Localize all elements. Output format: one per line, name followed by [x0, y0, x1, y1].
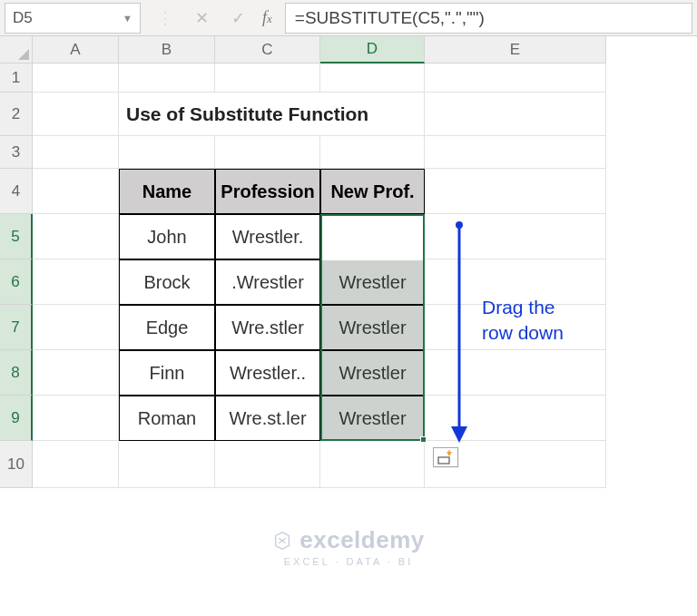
cell-d8[interactable]: Wrestler	[320, 350, 425, 396]
col-header-a[interactable]: A	[33, 36, 119, 64]
svg-rect-0	[438, 457, 449, 464]
cell-b3[interactable]	[119, 136, 215, 169]
cancel-icon[interactable]: ✕	[193, 8, 210, 28]
name-box-dropdown-icon[interactable]: ▼	[123, 13, 133, 24]
cell-c6[interactable]: .Wrestler	[215, 259, 320, 305]
name-box-value: D5	[13, 9, 33, 27]
cell-d3[interactable]	[320, 136, 425, 169]
row-header-9[interactable]: 9	[0, 396, 33, 441]
cell-b8[interactable]: Finn	[119, 350, 215, 396]
annotation-text: Drag the row down	[482, 295, 564, 347]
cell-a6[interactable]	[33, 259, 119, 305]
cell-a10[interactable]	[33, 441, 119, 488]
formula-bar-buttons: ⋮ ✕ ✓	[141, 8, 262, 28]
formula-text: =SUBSTITUTE(C5,".","")	[295, 8, 485, 28]
autofill-options-button[interactable]	[433, 447, 458, 467]
divider-icon: ⋮	[157, 8, 173, 28]
col-header-c[interactable]: C	[215, 36, 320, 64]
column-header-row: A B C D E	[0, 36, 697, 64]
cell-a5[interactable]	[33, 214, 119, 259]
grid[interactable]: Use of Substitute Function Name Professi…	[33, 64, 606, 488]
cell-d5[interactable]: Wrestler	[320, 214, 425, 259]
cell-c9[interactable]: Wre.st.ler	[215, 396, 320, 441]
cell-d10[interactable]	[320, 441, 425, 488]
cell-b5[interactable]: John	[119, 214, 215, 259]
svg-marker-4	[451, 426, 467, 443]
watermark-brand: exceldemy	[299, 526, 424, 554]
enter-icon[interactable]: ✓	[230, 8, 246, 28]
row-headers: 1 2 3 4 5 6 7 8 9 10	[0, 64, 33, 488]
cell-a8[interactable]	[33, 350, 119, 396]
select-all-corner[interactable]	[0, 36, 33, 64]
cell-c10[interactable]	[215, 441, 320, 488]
sheet-body: 1 2 3 4 5 6 7 8 9 10 Use of Substitute F…	[0, 64, 697, 488]
watermark: exceldemy EXCEL · DATA · BI	[0, 526, 697, 567]
cell-b7[interactable]: Edge	[119, 305, 215, 350]
col-header-d[interactable]: D	[320, 36, 425, 64]
cell-b1[interactable]	[119, 64, 215, 93]
cell-b9[interactable]: Roman	[119, 396, 215, 441]
cell-a3[interactable]	[33, 136, 119, 169]
row-header-5[interactable]: 5	[0, 214, 33, 259]
row-header-4[interactable]: 4	[0, 169, 33, 214]
header-newprof[interactable]: New Prof.	[320, 169, 425, 214]
cell-a2[interactable]	[33, 93, 119, 136]
cell-b6[interactable]: Brock	[119, 259, 215, 305]
row-header-2[interactable]: 2	[0, 93, 33, 136]
cell-d1[interactable]	[320, 64, 425, 93]
row-header-8[interactable]: 8	[0, 350, 33, 396]
cell-e1[interactable]	[425, 64, 606, 93]
logo-icon	[272, 531, 292, 551]
formula-bar: D5 ▼ ⋮ ✕ ✓ fx =SUBSTITUTE(C5,".","")	[0, 0, 697, 36]
row-header-7[interactable]: 7	[0, 305, 33, 350]
cell-d9[interactable]: Wrestler	[320, 396, 425, 441]
cell-e4[interactable]	[425, 169, 606, 214]
cell-d6[interactable]: Wrestler	[320, 259, 425, 305]
name-box[interactable]: D5 ▼	[5, 3, 141, 34]
cell-c5[interactable]: Wrestler.	[215, 214, 320, 259]
header-profession[interactable]: Profession	[215, 169, 320, 214]
fx-icon[interactable]: fx	[262, 8, 285, 27]
row-header-3[interactable]: 3	[0, 136, 33, 169]
cell-c3[interactable]	[215, 136, 320, 169]
cell-e3[interactable]	[425, 136, 606, 169]
title-cell[interactable]: Use of Substitute Function	[119, 93, 425, 136]
row-header-10[interactable]: 10	[0, 441, 33, 488]
cell-d7[interactable]: Wrestler	[320, 305, 425, 350]
cell-a9[interactable]	[33, 396, 119, 441]
row-header-6[interactable]: 6	[0, 259, 33, 305]
cell-a4[interactable]	[33, 169, 119, 214]
cell-a7[interactable]	[33, 305, 119, 350]
cell-b10[interactable]	[119, 441, 215, 488]
cell-a1[interactable]	[33, 64, 119, 93]
svg-point-3	[456, 221, 463, 229]
header-name[interactable]: Name	[119, 169, 215, 214]
row-header-1[interactable]: 1	[0, 64, 33, 93]
cell-c7[interactable]: Wre.stler	[215, 305, 320, 350]
col-header-b[interactable]: B	[119, 36, 215, 64]
cell-e2[interactable]	[425, 93, 606, 136]
col-header-e[interactable]: E	[425, 36, 606, 64]
cell-c8[interactable]: Wrestler..	[215, 350, 320, 396]
formula-input[interactable]: =SUBSTITUTE(C5,".","")	[285, 3, 692, 34]
watermark-tagline: EXCEL · DATA · BI	[0, 556, 697, 567]
annotation-arrow-icon	[446, 220, 473, 445]
cell-c1[interactable]	[215, 64, 320, 93]
